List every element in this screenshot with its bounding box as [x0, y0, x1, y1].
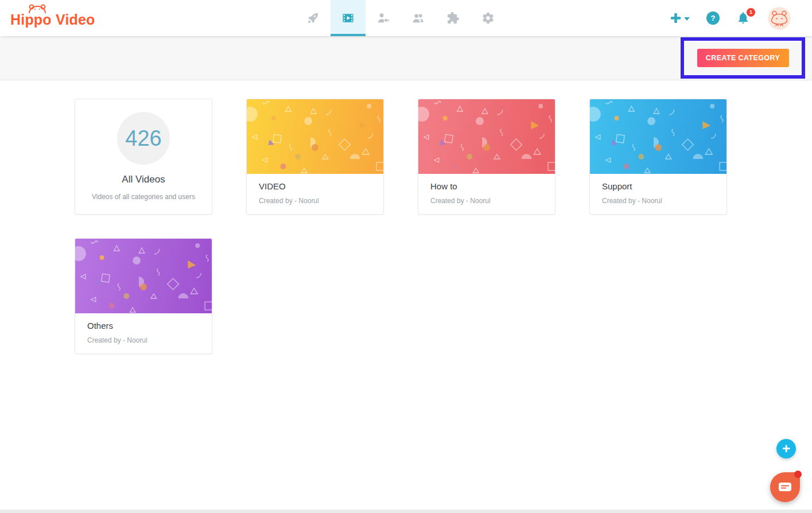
header-right-tools: ? 1 — [670, 0, 791, 36]
category-grid: 426 All Videos Videos of all categories … — [75, 99, 740, 354]
top-nav-bar: Hippo Video ? — [0, 0, 812, 36]
all-videos-card[interactable]: 426 All Videos Videos of all categories … — [75, 99, 212, 215]
chat-launcher[interactable] — [770, 472, 800, 502]
create-category-highlight: CREATE CATEGORY — [681, 37, 805, 79]
category-author: Created by - Noorul — [602, 197, 714, 205]
help-icon: ? — [711, 14, 716, 22]
nav-item-getting-started[interactable] — [296, 0, 331, 36]
category-author: Created by - Noorul — [430, 197, 543, 205]
hippo-head-icon — [28, 3, 47, 13]
category-author: Created by - Noorul — [87, 336, 200, 344]
chevron-down-icon — [684, 17, 690, 21]
card-title: All Videos — [122, 174, 165, 185]
category-thumbnail — [418, 99, 555, 174]
logo-text: Hippo Video — [10, 11, 95, 28]
create-category-button[interactable]: CREATE CATEGORY — [697, 49, 789, 67]
video-categories-icon — [341, 11, 355, 25]
plus-icon: + — [782, 442, 790, 456]
card-body: Others Created by - Noorul — [75, 313, 212, 352]
category-card[interactable]: How to Created by - Noorul — [418, 99, 555, 215]
video-count-circle: 426 — [117, 112, 170, 165]
plus-icon — [670, 12, 682, 24]
nav-item-settings[interactable] — [471, 0, 506, 36]
category-title: How to — [430, 181, 543, 191]
nav-item-user-videos[interactable] — [366, 0, 401, 36]
confetti-pattern — [75, 239, 212, 313]
hippo-avatar-icon — [768, 7, 791, 30]
nav-item-teams[interactable] — [401, 0, 436, 36]
category-card[interactable]: Support Created by - Noorul — [589, 99, 727, 215]
category-thumbnail — [247, 99, 383, 174]
card-subtitle: Videos of all categories and users — [92, 193, 195, 201]
add-category-fab[interactable]: + — [776, 439, 796, 458]
confetti-pattern — [247, 99, 383, 174]
notifications-button[interactable]: 1 — [736, 11, 751, 26]
hippo-video-logo[interactable]: Hippo Video — [10, 8, 95, 31]
card-body: Support Created by - Noorul — [590, 174, 726, 212]
category-author: Created by - Noorul — [259, 197, 371, 205]
settings-gear-icon — [481, 11, 495, 25]
chat-bubble-icon — [778, 482, 792, 492]
integrations-puzzle-icon — [446, 11, 460, 25]
video-count: 426 — [125, 126, 161, 151]
nav-item-integrations[interactable] — [436, 0, 471, 36]
confetti-pattern — [590, 99, 726, 174]
category-card[interactable]: VIDEO Created by - Noorul — [246, 99, 384, 215]
category-thumbnail — [75, 239, 212, 313]
create-new-dropdown[interactable] — [670, 12, 690, 24]
confetti-pattern — [418, 99, 555, 174]
nav-item-video-categories[interactable] — [331, 0, 366, 36]
category-card[interactable]: Others Created by - Noorul — [75, 238, 212, 354]
category-title: Support — [602, 181, 714, 191]
notification-badge: 1 — [747, 8, 755, 17]
user-video-icon — [376, 11, 390, 25]
chat-unread-dot — [794, 471, 802, 478]
category-title: VIDEO — [259, 181, 371, 191]
help-button[interactable]: ? — [706, 11, 720, 25]
teams-icon — [411, 11, 425, 25]
card-body: How to Created by - Noorul — [418, 174, 555, 212]
main-nav — [296, 0, 506, 36]
category-title: Others — [87, 321, 200, 331]
category-thumbnail — [590, 99, 726, 174]
card-body: VIDEO Created by - Noorul — [247, 174, 383, 212]
avatar[interactable] — [768, 7, 791, 30]
bottom-edge-strip — [0, 510, 812, 513]
rocket-icon — [306, 11, 320, 25]
